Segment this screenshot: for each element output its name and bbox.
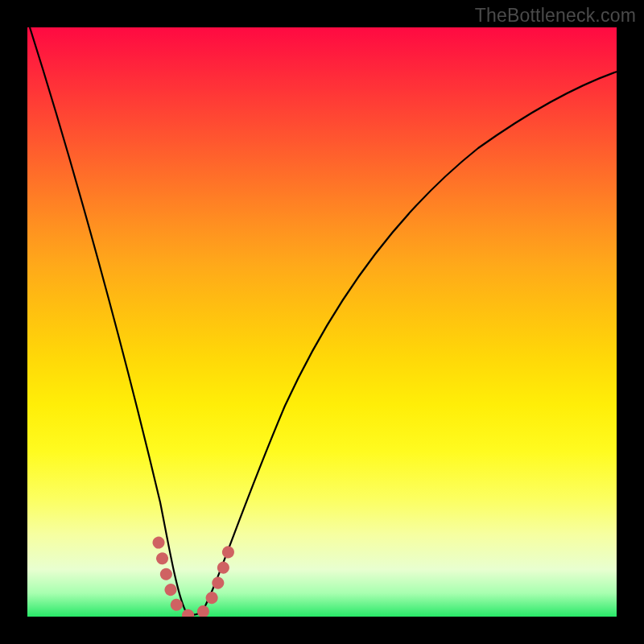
bottleneck-curve	[30, 27, 617, 615]
marker-segment	[159, 543, 229, 616]
plot-area	[27, 27, 617, 617]
curve-svg	[27, 27, 617, 617]
watermark-text: TheBottleneck.com	[475, 5, 636, 27]
chart-frame: TheBottleneck.com	[0, 0, 644, 644]
